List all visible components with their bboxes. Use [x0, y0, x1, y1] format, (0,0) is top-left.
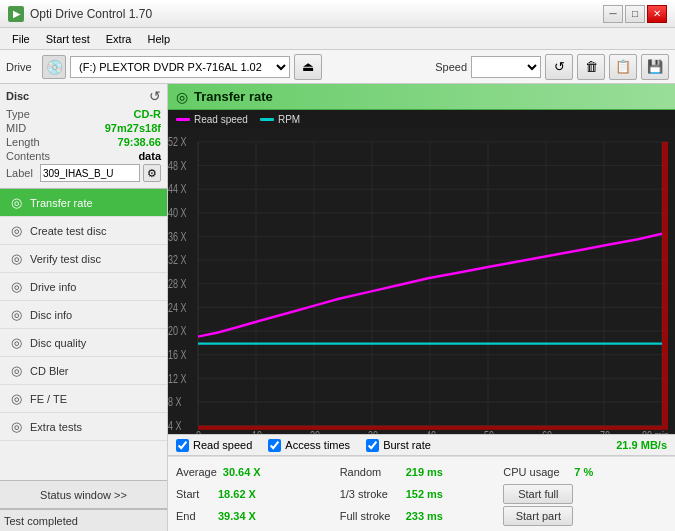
disc-refresh-icon[interactable]: ↺: [149, 88, 161, 104]
progress-label: Test completed: [4, 515, 78, 527]
svg-rect-23: [662, 142, 668, 426]
svg-text:10: 10: [252, 428, 262, 434]
svg-text:44 X: 44 X: [168, 182, 187, 196]
sidebar-item-disc-quality[interactable]: ◎ Disc quality: [0, 329, 167, 357]
chart-container: 52 X 48 X 44 X 40 X 36 X 32 X 28 X 24 X …: [168, 128, 675, 434]
status-window-button[interactable]: Status window >>: [0, 481, 167, 509]
menu-extra[interactable]: Extra: [98, 31, 140, 47]
close-button[interactable]: ✕: [647, 5, 667, 23]
reload-button[interactable]: ↺: [545, 54, 573, 80]
disc-contents-value: data: [138, 150, 161, 162]
cd-bler-icon: ◎: [8, 363, 24, 378]
maximize-button[interactable]: □: [625, 5, 645, 23]
disc-label-icon-btn[interactable]: ⚙: [143, 164, 161, 182]
disc-length-row: Length 79:38.66: [6, 136, 161, 148]
sidebar-item-verify-test-disc[interactable]: ◎ Verify test disc: [0, 245, 167, 273]
speed-label: Speed: [435, 61, 467, 73]
start-part-button[interactable]: Start part: [503, 506, 573, 526]
sidebar-item-drive-info[interactable]: ◎ Drive info: [0, 273, 167, 301]
disc-panel: Disc ↺ Type CD-R MID 97m27s18f Length 79…: [0, 84, 167, 189]
start-full-button[interactable]: Start full: [503, 484, 573, 504]
svg-text:40 X: 40 X: [168, 206, 187, 220]
fe-te-icon: ◎: [8, 391, 24, 406]
svg-text:20: 20: [310, 428, 320, 434]
title-bar: ▶ Opti Drive Control 1.70 ─ □ ✕: [0, 0, 675, 28]
drive-select[interactable]: (F:) PLEXTOR DVDR PX-716AL 1.02: [70, 56, 290, 78]
drive-group: 💿 (F:) PLEXTOR DVDR PX-716AL 1.02 ⏏: [42, 54, 429, 80]
sidebar-item-disc-quality-label: Disc quality: [30, 337, 86, 349]
progress-area: Test completed: [0, 509, 167, 531]
svg-text:80 min: 80 min: [642, 428, 669, 434]
verify-test-disc-icon: ◎: [8, 251, 24, 266]
random-group: Random 219 ms: [340, 466, 504, 478]
read-speed-checkbox-label[interactable]: Read speed: [176, 439, 252, 452]
stroke13-label: 1/3 stroke: [340, 488, 400, 500]
disc-label-label: Label: [6, 167, 33, 179]
disc-mid-value: 97m27s18f: [105, 122, 161, 134]
svg-text:28 X: 28 X: [168, 276, 187, 290]
disc-label-row: Label ⚙: [6, 164, 161, 182]
svg-text:30: 30: [368, 428, 378, 434]
sidebar-bottom: Status window >> Test completed: [0, 480, 167, 531]
save-button[interactable]: 💾: [641, 54, 669, 80]
disc-length-value: 79:38.66: [118, 136, 161, 148]
burst-rate-checkbox[interactable]: [366, 439, 379, 452]
read-speed-checkbox-text: Read speed: [193, 439, 252, 451]
sidebar-item-transfer-rate[interactable]: ◎ Transfer rate: [0, 189, 167, 217]
chart-svg: 52 X 48 X 44 X 40 X 36 X 32 X 28 X 24 X …: [168, 128, 675, 434]
disc-panel-title: Disc: [6, 90, 29, 102]
start-value: 18.62 X: [218, 488, 268, 500]
clear-button[interactable]: 🗑: [577, 54, 605, 80]
panel-header-icon: ◎: [176, 89, 188, 105]
svg-text:70: 70: [600, 428, 610, 434]
disc-info-icon: ◎: [8, 307, 24, 322]
disc-type-label: Type: [6, 108, 30, 120]
title-bar-controls: ─ □ ✕: [603, 5, 667, 23]
sidebar-item-extra-tests-label: Extra tests: [30, 421, 82, 433]
sidebar-item-fe-te-label: FE / TE: [30, 393, 67, 405]
title-bar-left: ▶ Opti Drive Control 1.70: [8, 6, 152, 22]
svg-rect-0: [168, 128, 675, 434]
burst-rate-checkbox-label[interactable]: Burst rate: [366, 439, 431, 452]
history-button[interactable]: 📋: [609, 54, 637, 80]
disc-label-input[interactable]: [40, 164, 140, 182]
menu-file[interactable]: File: [4, 31, 38, 47]
minimize-button[interactable]: ─: [603, 5, 623, 23]
start-group: Start 18.62 X: [176, 488, 340, 500]
app-icon: ▶: [8, 6, 24, 22]
speed-select[interactable]: [471, 56, 541, 78]
sidebar-item-cd-bler[interactable]: ◎ CD Bler: [0, 357, 167, 385]
svg-text:8 X: 8 X: [168, 395, 182, 409]
disc-length-label: Length: [6, 136, 40, 148]
status-window-label: Status window >>: [40, 489, 127, 501]
menu-start-test[interactable]: Start test: [38, 31, 98, 47]
cpu-label: CPU usage: [503, 466, 568, 478]
sidebar-item-disc-info[interactable]: ◎ Disc info: [0, 301, 167, 329]
stats-area: Average 30.64 X Random 219 ms CPU usage …: [168, 456, 675, 531]
svg-text:48 X: 48 X: [168, 158, 187, 172]
sidebar-item-cd-bler-label: CD Bler: [30, 365, 69, 377]
end-value: 39.34 X: [218, 510, 268, 522]
end-group: End 39.34 X: [176, 510, 340, 522]
drive-info-icon: ◎: [8, 279, 24, 294]
access-times-checkbox-label[interactable]: Access times: [268, 439, 350, 452]
cpu-group: CPU usage 7 %: [503, 466, 667, 478]
average-group: Average 30.64 X: [176, 466, 340, 478]
main-area: Disc ↺ Type CD-R MID 97m27s18f Length 79…: [0, 84, 675, 531]
sidebar-item-create-test-disc[interactable]: ◎ Create test disc: [0, 217, 167, 245]
drive-label: Drive: [6, 61, 36, 73]
speed-group: Speed ↺ 🗑 📋 💾: [435, 54, 669, 80]
sidebar-item-fe-te[interactable]: ◎ FE / TE: [0, 385, 167, 413]
sidebar-item-extra-tests[interactable]: ◎ Extra tests: [0, 413, 167, 441]
end-label: End: [176, 510, 212, 522]
eject-button[interactable]: ⏏: [294, 54, 322, 80]
nav-list: ◎ Transfer rate ◎ Create test disc ◎ Ver…: [0, 189, 167, 480]
full-stroke-value: 233 ms: [406, 510, 451, 522]
menu-help[interactable]: Help: [139, 31, 178, 47]
access-times-checkbox[interactable]: [268, 439, 281, 452]
start-label: Start: [176, 488, 212, 500]
legend-rpm-label: RPM: [278, 114, 300, 125]
read-speed-checkbox[interactable]: [176, 439, 189, 452]
disc-contents-label: Contents: [6, 150, 50, 162]
svg-text:0: 0: [196, 428, 201, 434]
